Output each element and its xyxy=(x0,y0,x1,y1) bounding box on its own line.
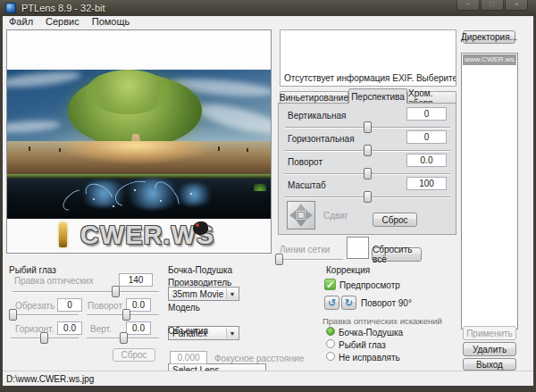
tab-chromatic[interactable]: Хром. аберр. xyxy=(407,91,456,104)
cloud-shape xyxy=(7,119,61,135)
preview-checkbox[interactable]: ✓ xyxy=(324,279,336,290)
arrow-right-icon[interactable] xyxy=(306,210,313,221)
perspective-reset-button[interactable]: Сброс xyxy=(373,213,417,227)
underground-roots xyxy=(7,179,271,219)
grass-tuft xyxy=(254,184,266,191)
close-icon[interactable]: × xyxy=(505,0,528,11)
exif-info-box: Отсутствует информация EXIF. Выберите xyxy=(280,29,456,87)
scale-label: Масштаб xyxy=(288,180,326,190)
fisheye-group-title: Рыбий глаз xyxy=(9,265,56,275)
dpad-center[interactable] xyxy=(297,212,305,219)
menu-bar: Файл Сервис Помощь xyxy=(3,16,533,28)
window-title: PTLens 8.9 - 32-bit xyxy=(21,3,105,13)
tree-canopy-top xyxy=(86,70,171,114)
fisheye-optics-value[interactable]: 140 xyxy=(119,273,153,287)
file-list-item-selected[interactable]: www.CWER.ws.jpg xyxy=(463,54,516,65)
title-bar[interactable]: PTLens 8.9 - 32-bit xyxy=(0,0,536,16)
manufacturer-select[interactable]: 35mm Movie ▼ xyxy=(168,287,239,301)
exit-button[interactable]: Выход xyxy=(463,358,516,371)
fisheye-vertical-slider[interactable] xyxy=(87,332,159,345)
vertical-label: Вертикальная xyxy=(288,111,346,121)
watermark-strip: CWER.WS xyxy=(7,219,271,252)
status-bar: D:\www.CWER.ws.jpg xyxy=(3,371,533,386)
radio-no-correction-label: Не исправлять xyxy=(339,353,400,363)
fisheye-optics-label: Правка оптических xyxy=(14,276,93,286)
photo-preview xyxy=(7,70,271,219)
delete-button[interactable]: Удалить xyxy=(463,342,516,356)
tree-silhouette xyxy=(218,146,220,151)
tree-silhouette xyxy=(247,148,248,152)
rotate-90-label: Поворот 90° xyxy=(361,298,412,308)
menu-service[interactable]: Сервис xyxy=(39,16,86,28)
fisheye-horizontal-slider[interactable] xyxy=(11,332,79,345)
ptlens-window: PTLens 8.9 - 32-bit − □ × Файл Сервис По… xyxy=(0,0,536,392)
watermark-text: CWER.WS xyxy=(54,219,241,252)
chevron-down-icon[interactable]: ▼ xyxy=(226,328,238,338)
chevron-down-icon[interactable]: ▼ xyxy=(226,288,238,299)
fisheye-optics-slider[interactable] xyxy=(13,286,159,298)
correction-title: Коррекция xyxy=(326,265,370,275)
tab-perspective[interactable]: Перспектива xyxy=(348,88,407,104)
minimize-icon[interactable]: − xyxy=(456,0,480,11)
cloud-shape xyxy=(194,98,271,139)
horizontal-label: Горизонтальная xyxy=(288,134,355,144)
file-list[interactable]: www.CWER.ws.jpg xyxy=(461,53,518,329)
apply-button[interactable]: Применить xyxy=(463,326,516,340)
tab-vignetting[interactable]: Виньетирование xyxy=(280,91,348,104)
radio-barrel-pincushion[interactable] xyxy=(326,327,335,336)
model-label: Модель xyxy=(168,303,200,313)
dry-field xyxy=(7,141,271,177)
fisheye-rotate-slider[interactable] xyxy=(87,309,159,321)
horizontal-value[interactable]: 0 xyxy=(406,130,447,144)
focal-length-field[interactable]: 0.000 xyxy=(170,351,207,364)
radio-barrel-pincushion-label: Бочка-Подушка xyxy=(339,328,403,338)
dark-figurine xyxy=(193,221,208,235)
lens-label: Объектив xyxy=(168,326,208,336)
grid-lines-slider[interactable] xyxy=(277,254,343,266)
manufacturer-value: 35mm Movie xyxy=(172,289,223,299)
fisheye-reset-button[interactable]: Сброс xyxy=(113,348,155,362)
vertical-value[interactable]: 0 xyxy=(406,107,447,121)
rotate-cw-icon[interactable]: ↻ xyxy=(341,296,356,310)
shift-dpad[interactable] xyxy=(287,201,315,229)
shift-label: Сдвиг xyxy=(323,211,348,221)
reset-all-button[interactable]: Сбросить всё xyxy=(372,247,422,262)
radio-fisheye-label: Рыбий глаз xyxy=(339,340,386,350)
barrel-group-title: Бочка-Подушка xyxy=(168,265,232,275)
tree-silhouette xyxy=(29,146,30,151)
arrow-left-icon[interactable] xyxy=(289,210,297,221)
cloud-shape xyxy=(7,70,81,90)
fisheye-crop-slider[interactable] xyxy=(11,309,79,321)
menu-file[interactable]: Файл xyxy=(3,16,39,28)
directory-button[interactable]: Директория... xyxy=(463,30,515,44)
exif-message: Отсутствует информация EXIF. Выберите xyxy=(284,73,456,83)
status-file-path: D:\www.CWER.ws.jpg xyxy=(6,374,94,384)
preview-checkbox-label: Предпросмотр xyxy=(339,280,400,290)
app-icon xyxy=(5,3,16,13)
rotate-ccw-icon[interactable]: ↺ xyxy=(324,296,339,310)
radio-fisheye[interactable] xyxy=(326,339,335,348)
rotation-value[interactable]: 0.0 xyxy=(406,154,447,167)
scale-value[interactable]: 100 xyxy=(406,177,447,190)
tree-silhouette xyxy=(59,148,61,152)
grid-preview-box xyxy=(347,237,369,259)
menu-help[interactable]: Помощь xyxy=(86,16,137,28)
radio-no-correction[interactable] xyxy=(326,352,335,361)
focal-length-label: Фокусное расстояние xyxy=(214,354,304,363)
distortion-title: Правка оптических искажений xyxy=(322,316,442,326)
maximize-icon[interactable]: □ xyxy=(481,0,504,11)
arrow-down-icon[interactable] xyxy=(296,220,306,227)
rotation-label: Поворот xyxy=(288,157,322,167)
